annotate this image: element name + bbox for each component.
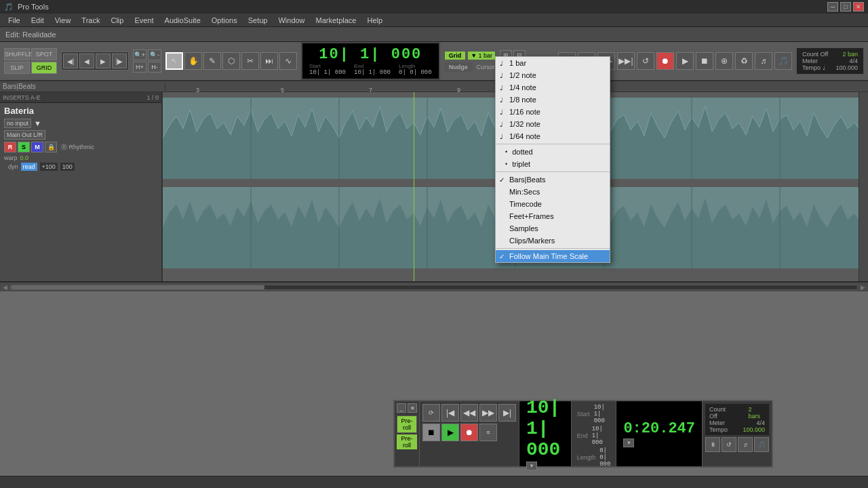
menu-track[interactable]: Track — [76, 15, 105, 26]
shuffle-mode-btn[interactable]: SHUFFLE — [4, 48, 30, 60]
nav-fwd-btn[interactable]: |▶ — [112, 54, 127, 68]
stop-btn[interactable]: ⏹ — [696, 52, 713, 70]
vertical-scrollbar[interactable] — [859, 92, 868, 281]
menu-window[interactable]: Window — [273, 15, 310, 26]
menu-file[interactable]: File — [3, 15, 26, 26]
transport-rec-btn[interactable]: ⏺ — [460, 424, 478, 441]
menu-follow-main-time-scale[interactable]: Follow Main Time Scale — [496, 250, 610, 262]
nudge-btn[interactable]: Nudge — [444, 62, 473, 72]
zoom-out-btn[interactable]: 🔍- — [148, 49, 161, 60]
menu-quarter-note[interactable]: 1/4 note — [496, 81, 610, 94]
pointer-tool-btn[interactable]: ↖ — [165, 52, 183, 70]
spot-mode-btn[interactable]: SPOT — [31, 48, 57, 60]
panel-close-btn[interactable]: ✕ — [408, 403, 417, 413]
zoom-h-in-btn[interactable]: H+ — [133, 62, 146, 73]
transport-rewind-btn[interactable]: ◀◀ — [460, 404, 478, 422]
menu-clips-markers[interactable]: Clips/Markers — [496, 235, 610, 247]
menu-bars-beats[interactable]: Bars|Beats — [496, 174, 610, 186]
menu-32nd-note[interactable]: 1/32 note — [496, 118, 610, 130]
lower-time-counter: 0:20.247 ▼ — [616, 401, 703, 466]
transport-play-btn[interactable]: ▶ — [441, 424, 459, 441]
loop2-btn[interactable]: ♻ — [735, 52, 753, 70]
transport-ff-end-btn[interactable]: ▶| — [498, 404, 516, 422]
menu-options[interactable]: Options — [206, 15, 243, 26]
menu-help[interactable]: Help — [361, 15, 388, 26]
transport-return-btn[interactable]: ⟳ — [422, 404, 440, 422]
menu-feet-frames[interactable]: Feet+Frames — [496, 210, 610, 222]
loop-btn[interactable]: ↺ — [637, 52, 654, 70]
transport-rewind-start-btn[interactable]: |◀ — [441, 404, 459, 422]
menu-edit[interactable]: Edit — [26, 15, 50, 26]
lower-midi-btn[interactable]: ♬ — [738, 437, 753, 452]
menu-timecode[interactable]: Timecode — [496, 198, 610, 210]
track-fader-area: dyn read +100 100 — [4, 161, 157, 172]
transport-ff-btn[interactable]: ▶▶ — [479, 404, 497, 422]
punch-btn[interactable]: ⊕ — [715, 52, 733, 70]
minimize-button[interactable]: ─ — [827, 2, 838, 12]
scroll-track[interactable] — [10, 285, 858, 290]
mute-btn[interactable]: M — [31, 142, 43, 152]
close-button[interactable]: ✕ — [853, 2, 864, 12]
panel-minimize-btn[interactable]: _ — [397, 403, 406, 413]
horizontal-scrollbar[interactable]: ◀ ▶ — [0, 282, 868, 291]
pencil-tool-btn[interactable]: ✎ — [203, 52, 221, 70]
pre-roll-btn[interactable]: Pre-roll — [397, 415, 417, 433]
menu-setup[interactable]: Setup — [243, 15, 273, 26]
solo-btn[interactable]: S — [18, 142, 30, 152]
smart-tool-btn[interactable]: ∿ — [279, 52, 297, 70]
menu-16th-note[interactable]: 1/16 note — [496, 106, 610, 118]
read-mode[interactable]: read — [21, 163, 37, 171]
lower-loop-btn[interactable]: ↺ — [722, 437, 736, 452]
menu-eighth-note[interactable]: 1/8 note — [496, 94, 610, 106]
scroll-left-btn[interactable]: ◀ — [3, 284, 7, 291]
record-arm-btn[interactable]: R — [4, 142, 16, 152]
record-btn[interactable]: ⏺ — [656, 52, 674, 70]
scrub-tool-btn[interactable]: ⏭ — [260, 52, 278, 70]
midi-btn[interactable]: ♬ — [755, 52, 772, 70]
maximize-button[interactable]: □ — [840, 2, 851, 12]
slip-mode-btn[interactable]: SLIP — [4, 62, 30, 74]
metronome-btn[interactable]: 🎵 — [774, 52, 792, 70]
hand-tool-btn[interactable]: ✋ — [184, 52, 202, 70]
menu-triplet[interactable]: • triplet — [496, 158, 610, 170]
nav-back-btn[interactable]: ◀| — [63, 54, 78, 68]
lower-metro-btn[interactable]: 🎵 — [754, 437, 769, 452]
output-dropdown[interactable]: Main Out L/R — [4, 130, 45, 140]
menu-dotted[interactable]: • dotted — [496, 146, 610, 158]
lock-btn[interactable]: 🔒 — [45, 142, 57, 152]
play-btn[interactable]: ▶ — [676, 52, 694, 70]
grid-mode-btn[interactable]: GRID — [31, 62, 57, 74]
menu-1-bar[interactable]: 1 bar — [496, 57, 610, 69]
menu-samples[interactable]: Samples — [496, 222, 610, 235]
eraser-tool-btn[interactable]: ⬡ — [222, 52, 240, 70]
tool-group: ↖ ✋ ✎ ⬡ ✂ ⏭ ∿ — [165, 52, 297, 70]
menu-half-note[interactable]: 1/2 note — [496, 69, 610, 81]
grid-btn[interactable]: Grid — [444, 51, 467, 60]
menu-min-secs[interactable]: Min:Secs — [496, 186, 610, 198]
menu-audiosuite[interactable]: AudioSuite — [159, 15, 206, 26]
menu-clip[interactable]: Clip — [105, 15, 129, 26]
menu-marketplace[interactable]: Marketplace — [311, 15, 362, 26]
scroll-thumb[interactable] — [11, 285, 264, 289]
zoom-group: 🔍+ 🔍- H+ H- — [133, 49, 161, 73]
transport-stop-btn[interactable]: ⏹ — [422, 424, 440, 441]
zoom-h-out-btn[interactable]: H- — [148, 62, 161, 73]
time-dropdown-btn[interactable]: ▼ — [623, 439, 634, 447]
scissors-tool-btn[interactable]: ✂ — [241, 52, 259, 70]
scroll-right-btn[interactable]: ▶ — [861, 284, 865, 291]
menu-64th-note[interactable]: 1/64 note — [496, 130, 610, 142]
menu-sep-2 — [496, 171, 610, 172]
samples-label: Samples — [509, 224, 538, 232]
lower-online-btn[interactable]: ⏸ — [705, 437, 720, 452]
transport-misc-btn[interactable]: ≡ — [479, 424, 497, 441]
input-dropdown[interactable]: no input — [4, 119, 31, 128]
nav-prev-btn[interactable]: ◀ — [79, 54, 94, 68]
counter-dropdown-btn[interactable]: ▼ — [526, 462, 537, 470]
menu-event[interactable]: Event — [129, 15, 159, 26]
dyn-label: dyn — [8, 163, 18, 170]
nav-next-btn[interactable]: ▶ — [96, 54, 111, 68]
menu-view[interactable]: View — [50, 15, 77, 26]
zoom-in-btn[interactable]: 🔍+ — [133, 49, 146, 60]
grid-value-btn[interactable]: ▼ 1 bar — [467, 51, 496, 60]
ff-far-btn[interactable]: ▶▶| — [617, 52, 635, 70]
